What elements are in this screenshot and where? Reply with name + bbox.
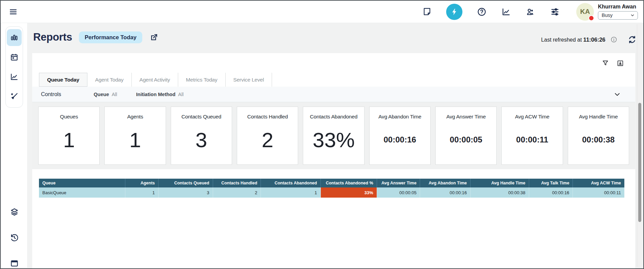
summary-cards: Queues 1 Agents 1 Contacts Queued 3 Cont… <box>32 102 635 169</box>
card-agents[interactable]: Agents 1 <box>104 107 166 165</box>
card-value: 1 <box>63 120 75 164</box>
card-avg-answer-time[interactable]: Avg Answer Time 00:00:05 <box>435 107 497 165</box>
card-contacts-handled[interactable]: Contacts Handled 2 <box>237 107 298 165</box>
controls-bar: Controls Queue All Initiation Method All <box>32 87 635 102</box>
status-dot <box>588 15 594 21</box>
card-value: 00:00:11 <box>516 120 548 164</box>
user-name: Khurram Awan <box>598 4 638 10</box>
col-contacts-queued[interactable]: Contacts Queued <box>159 179 213 187</box>
card-avg-abandon-time[interactable]: Avg Abandon Time 00:00:16 <box>369 107 431 165</box>
card-label: Agents <box>127 114 143 120</box>
users-icon[interactable] <box>525 7 536 17</box>
note-icon[interactable] <box>422 7 432 17</box>
cell-avg-handle-time: 00:00:38 <box>470 187 529 198</box>
metrics-chart-icon[interactable] <box>501 7 511 17</box>
header-actions: KA Khurram Awan Busy <box>422 3 638 21</box>
card-value: 00:00:38 <box>582 120 615 164</box>
tab-metrics-today[interactable]: Metrics Today <box>178 73 226 87</box>
col-avg-handle-time[interactable]: Avg Handle Time <box>470 179 529 187</box>
history-icon[interactable] <box>9 233 19 242</box>
card-contacts-abandoned[interactable]: Contacts Abandoned 33% <box>303 107 364 165</box>
report-badge[interactable]: Performance Today <box>79 31 142 43</box>
info-icon[interactable] <box>610 36 618 43</box>
col-contacts-handled[interactable]: Contacts Handled <box>213 179 261 187</box>
refresh-row: Last refreshed at 11:06:26 <box>541 35 637 45</box>
cell-contacts-abandoned-pct: 33% <box>320 187 377 198</box>
sidebar-item-schedule[interactable] <box>7 48 22 67</box>
cell-avg-answer-time: 00:00:05 <box>377 187 420 198</box>
scrollbar-track[interactable] <box>637 24 642 267</box>
card-label: Avg Handle Time <box>579 114 618 120</box>
card-value: 2 <box>262 120 273 164</box>
cell-agents: 1 <box>125 187 158 198</box>
panel-toolbar <box>32 53 635 70</box>
controls-collapse-chevron-icon[interactable] <box>614 91 621 98</box>
col-avg-acw-time[interactable]: Avg ACW Time <box>573 179 624 187</box>
page-title: Reports <box>33 31 72 43</box>
title-row: Reports Performance Today <box>33 31 159 43</box>
filter-icon[interactable] <box>601 59 609 67</box>
hamburger-menu-icon[interactable] <box>8 7 18 17</box>
col-agents[interactable]: Agents <box>125 179 158 187</box>
tab-agent-activity[interactable]: Agent Activity <box>132 73 178 87</box>
cell-contacts-abandoned: 1 <box>261 187 320 198</box>
table-row[interactable]: BasicQueue 1 3 2 1 33% 00:00:05 00:00:16… <box>39 187 624 198</box>
status-select-value: Busy <box>602 13 612 18</box>
window-icon[interactable] <box>9 259 19 268</box>
col-avg-answer-time[interactable]: Avg Answer Time <box>377 179 420 187</box>
layers-icon[interactable] <box>9 207 19 217</box>
queue-filter-label: Queue <box>94 92 109 97</box>
user-meta: Khurram Awan Busy <box>598 3 638 20</box>
initiation-method-filter-value: All <box>178 92 184 97</box>
card-label: Contacts Queued <box>182 114 222 120</box>
card-value: 1 <box>129 120 141 164</box>
download-icon[interactable] <box>616 59 624 67</box>
help-icon[interactable] <box>477 7 487 17</box>
sidebar-item-reports[interactable] <box>7 29 22 46</box>
last-refreshed-text: Last refreshed at 11:06:26 <box>541 37 605 43</box>
chevron-down-icon <box>630 13 635 18</box>
tab-queue-today[interactable]: Queue Today <box>39 73 87 87</box>
col-contacts-abandoned-pct[interactable]: Contacts Abandoned % <box>320 179 377 187</box>
calendar-icon <box>10 53 19 62</box>
card-value: 33% <box>313 120 355 164</box>
card-label: Contacts Handled <box>247 114 288 120</box>
col-avg-talk-time[interactable]: Avg Talk Time <box>529 179 573 187</box>
bar-chart-icon <box>10 33 19 42</box>
cell-avg-talk-time: 00:00:16 <box>529 187 573 198</box>
cell-queue: BasicQueue <box>39 187 125 198</box>
cell-avg-acw-time: 00:00:11 <box>573 187 624 198</box>
card-label: Avg ACW Time <box>515 114 549 120</box>
card-avg-handle-time[interactable]: Avg Handle Time 00:00:38 <box>568 107 629 165</box>
status-select[interactable]: Busy <box>598 11 638 20</box>
cell-contacts-queued: 3 <box>159 187 213 198</box>
card-label: Queues <box>60 114 78 120</box>
initiation-method-filter[interactable]: Initiation Method All <box>136 92 184 97</box>
cell-contacts-handled: 2 <box>213 187 261 198</box>
col-queue[interactable]: Queue <box>39 179 125 187</box>
sliders-icon[interactable] <box>550 7 560 17</box>
sidebar-item-metrics[interactable] <box>7 67 22 86</box>
card-label: Avg Answer Time <box>446 114 485 120</box>
lightning-icon[interactable] <box>446 4 462 20</box>
card-contacts-queued[interactable]: Contacts Queued 3 <box>171 107 232 165</box>
card-avg-acw-time[interactable]: Avg ACW Time 00:00:11 <box>501 107 563 165</box>
refresh-icon[interactable] <box>627 35 637 45</box>
queue-filter-value: All <box>112 92 117 97</box>
card-label: Avg Abandon Time <box>378 114 421 120</box>
col-contacts-abandoned[interactable]: Contacts Abandoned <box>261 179 320 187</box>
cell-avg-abandon-time: 00:00:16 <box>420 187 471 198</box>
report-panel: Queue Today Agent Today Agent Activity M… <box>32 53 635 268</box>
avatar[interactable]: KA <box>576 3 594 21</box>
controls-title: Controls <box>41 91 61 97</box>
card-queues[interactable]: Queues 1 <box>38 107 100 165</box>
scrollbar-thumb[interactable] <box>638 103 641 222</box>
sidebar-top-group <box>5 26 23 108</box>
col-avg-abandon-time[interactable]: Avg Abandon Time <box>420 179 471 187</box>
sidebar-item-design[interactable] <box>7 87 22 106</box>
tab-service-level[interactable]: Service Level <box>226 73 272 87</box>
external-link-icon[interactable] <box>149 32 159 42</box>
queue-filter[interactable]: Queue All <box>94 92 117 97</box>
last-refreshed-label: Last refreshed at <box>541 37 583 43</box>
tab-agent-today[interactable]: Agent Today <box>87 73 132 87</box>
